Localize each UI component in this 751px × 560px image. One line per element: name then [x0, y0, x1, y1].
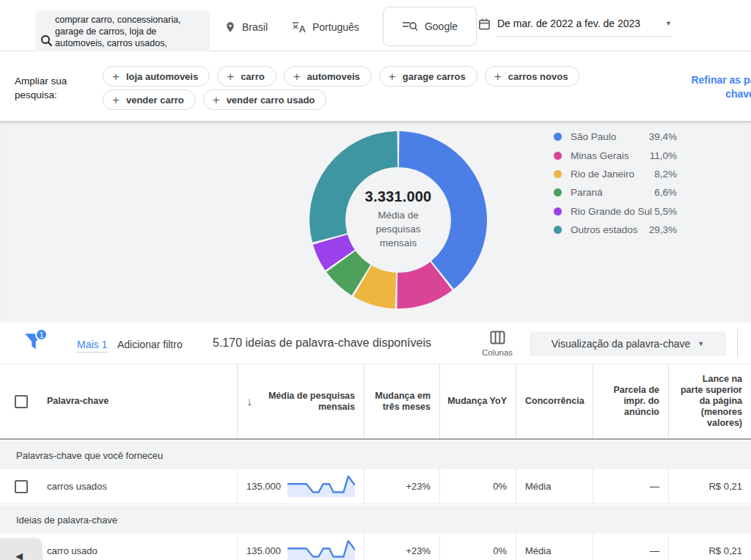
- column-header-yoy-change[interactable]: Mudança YoY: [439, 364, 516, 438]
- legend-color-dot: [554, 152, 562, 160]
- keyword-chip[interactable]: +loja automoveis: [103, 66, 210, 86]
- keyword-planner-screen: comprar carro, concessionaria, garage de…: [0, 0, 751, 560]
- top-of-page-bid-value: R$ 0,21: [708, 545, 742, 556]
- translate-icon: A: [292, 21, 307, 34]
- legend-item: Rio de Janeiro8,2%: [554, 165, 677, 183]
- date-range-selector[interactable]: De mar. de 2022 a fev. de 2023 ▼: [478, 18, 672, 37]
- calendar-icon: [478, 18, 491, 31]
- column-header-keyword[interactable]: Palavra-chave: [0, 364, 237, 438]
- table-header-row: Palavra-chave ↓ Média de pesquisas mensa…: [0, 364, 751, 440]
- sort-desc-icon: ↓: [246, 396, 252, 407]
- plus-icon: +: [213, 94, 220, 106]
- keyword-cell: carros usados: [47, 481, 107, 492]
- keyword-chip[interactable]: +automoveis: [284, 66, 372, 86]
- avg-searches-value: 135.000: [246, 481, 281, 492]
- location-pin-icon: [224, 21, 236, 34]
- location-label: Brasil: [242, 21, 268, 33]
- donut-center-label: 3.331.000 Média de pesquisas mensais: [347, 188, 450, 250]
- refine-keywords-link[interactable]: Refinar as palavras-chave: [688, 73, 751, 101]
- search-network-icon: [402, 21, 418, 32]
- more-filters-link[interactable]: Mais 1: [77, 339, 107, 353]
- chart-legend: São Paulo39,4%Minas Gerais11,0%Rio de Ja…: [554, 128, 677, 239]
- yoy-change-value: 0%: [493, 545, 507, 556]
- table-row[interactable]: carros usados 135.000 +23% 0% Média — R$…: [0, 469, 751, 504]
- keywords-input-value: comprar carro, concessionaria, garage de…: [55, 14, 205, 49]
- chevron-down-icon: ▼: [697, 341, 704, 347]
- svg-text:A: A: [299, 23, 307, 34]
- legend-label: São Paulo: [571, 131, 649, 142]
- chip-label: vender carro: [126, 95, 184, 106]
- total-searches-caption: Média de pesquisas mensais: [347, 208, 450, 250]
- table-row[interactable]: carro usado 135.000 +23% 0% Média — R$ 0…: [0, 534, 751, 560]
- competition-value: Média: [525, 545, 551, 556]
- row-checkbox[interactable]: [15, 480, 28, 493]
- column-header-competition[interactable]: Concorrência: [516, 364, 593, 438]
- add-filter-button[interactable]: Adicionar filtro: [117, 339, 183, 350]
- view-selector-dropdown[interactable]: Visualização da palavra-chave ▼: [530, 331, 726, 356]
- date-range-label: De mar. de 2022 a fev. de 2023: [497, 18, 640, 29]
- column-header-three-month-change[interactable]: Mudança em três meses: [364, 364, 439, 438]
- select-all-checkbox[interactable]: [15, 395, 28, 408]
- chip-label: carros novos: [508, 71, 568, 82]
- legend-label: Minas Gerais: [571, 150, 650, 161]
- legend-item: São Paulo39,4%: [554, 128, 677, 146]
- columns-icon: [490, 331, 505, 345]
- chip-label: carro: [241, 71, 265, 82]
- language-selector[interactable]: A Português: [292, 21, 359, 34]
- chip-label: automoveis: [307, 71, 360, 82]
- column-header-top-of-page-bid[interactable]: Lance na parte superior da página (menor…: [668, 364, 751, 438]
- keywords-table: Palavra-chave ↓ Média de pesquisas mensa…: [0, 364, 751, 560]
- avg-searches-value: 135.000: [246, 545, 281, 556]
- keyword-chips-row-1: +loja automoveis+carro+automoveis+garage…: [103, 66, 579, 86]
- legend-label: Outros estados: [571, 224, 649, 235]
- legend-item: Rio Grande do Sul5,5%: [554, 202, 677, 221]
- search-trend-sparkline: [287, 539, 355, 560]
- keyword-chip[interactable]: +vender carro usado: [203, 89, 327, 110]
- three-month-change-value: +23%: [406, 481, 431, 492]
- network-label: Google: [425, 21, 458, 32]
- columns-button[interactable]: Colunas: [479, 331, 516, 357]
- keyword-chip[interactable]: +carros novos: [485, 66, 580, 86]
- legend-label: Paraná: [571, 187, 654, 198]
- impression-share-value: —: [650, 545, 659, 556]
- keyword-chip[interactable]: +garage carros: [379, 66, 477, 86]
- view-selector-label: Visualização da palavra-chave: [552, 338, 691, 350]
- chip-label: vender carro usado: [227, 95, 315, 106]
- plus-icon: +: [389, 70, 396, 83]
- legend-value: 8,2%: [654, 169, 677, 180]
- legend-item: Minas Gerais11,0%: [554, 146, 677, 164]
- network-selector[interactable]: Google: [383, 7, 477, 46]
- scroll-left-button[interactable]: ◀: [0, 539, 41, 560]
- competition-value: Média: [525, 481, 551, 492]
- results-toolbar: 1 Mais 1 Adicionar filtro 5.170 ideias d…: [0, 323, 751, 364]
- top-of-page-bid-value: R$ 0,21: [708, 481, 742, 492]
- results-count: 5.170 ideias de palavra-chave disponívei…: [213, 336, 431, 350]
- legend-color-dot: [554, 188, 562, 196]
- legend-item: Outros estados29,3%: [554, 221, 677, 239]
- filter-button[interactable]: 1: [24, 332, 46, 355]
- legend-value: 6,6%: [654, 187, 677, 198]
- total-searches-value: 3.331.000: [347, 188, 450, 205]
- scroll-left-icon: ◀: [15, 550, 23, 560]
- section-keyword-ideas: Ideias de palavra-chave: [0, 506, 751, 534]
- plus-icon: +: [293, 70, 301, 83]
- location-selector[interactable]: Brasil: [224, 21, 268, 34]
- plus-icon: +: [112, 94, 120, 106]
- legend-label: Rio Grande do Sul: [571, 206, 654, 217]
- expand-search-section: Ampliar sua pesquisa: +loja automoveis+c…: [0, 51, 751, 121]
- keyword-chip[interactable]: +carro: [217, 66, 276, 86]
- search-trend-sparkline: [287, 474, 355, 499]
- plus-icon: +: [227, 70, 234, 83]
- keyword-chip[interactable]: +vender carro: [103, 89, 196, 110]
- expand-search-label: Ampliar sua pesquisa:: [15, 74, 94, 102]
- keywords-input[interactable]: comprar carro, concessionaria, garage de…: [35, 10, 210, 51]
- chevron-down-icon: ▼: [665, 21, 672, 27]
- three-month-change-value: +23%: [406, 545, 431, 556]
- topbar: comprar carro, concessionaria, garage de…: [0, 0, 751, 51]
- column-header-avg-searches[interactable]: ↓ Média de pesquisas mensais: [237, 364, 364, 438]
- legend-item: Paraná6,6%: [554, 183, 677, 202]
- filter-count-badge: 1: [35, 328, 48, 341]
- chip-label: garage carros: [403, 71, 466, 82]
- column-header-impression-share[interactable]: Parcela de impr. do anúncio: [593, 364, 668, 438]
- legend-color-dot: [554, 207, 562, 215]
